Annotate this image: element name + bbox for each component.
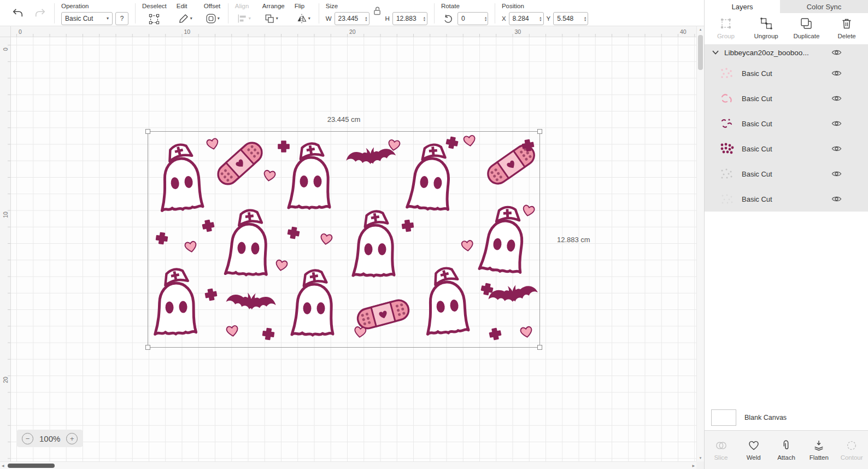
horizontal-scrollbar-thumb[interactable]: [8, 464, 55, 468]
layer-label: Basic Cut: [742, 95, 772, 103]
rotate-button[interactable]: [441, 13, 455, 25]
duplicate-button[interactable]: Duplicate: [787, 17, 827, 39]
arrange-button[interactable]: ▾: [262, 12, 280, 25]
artwork-cross: [446, 137, 459, 149]
width-stepper[interactable]: ▴▾: [363, 16, 367, 21]
layer-thumbnail-blobs-maroon: [719, 142, 735, 155]
layer-group-header[interactable]: Libbeycan20oz_booboo...: [705, 44, 868, 61]
chevron-down-icon: [712, 50, 719, 55]
slice-icon: [715, 439, 727, 452]
height-input[interactable]: [396, 15, 418, 22]
selection-handle-top-right[interactable]: [537, 129, 542, 134]
blank-canvas-label: Blank Canvas: [744, 414, 787, 421]
panel-tabs: Layers Color Sync: [705, 0, 868, 13]
deselect-icon: [148, 13, 160, 25]
layer-label: Basic Cut: [742, 170, 772, 178]
layer-visibility-eye-icon[interactable]: [830, 119, 843, 128]
undo-icon: [12, 8, 24, 19]
layer-visibility-eye-icon[interactable]: [830, 68, 843, 78]
selection-bounding-box[interactable]: 23.445 cm 12.883 cm: [148, 131, 540, 348]
ungroup-button[interactable]: Ungroup: [746, 17, 787, 39]
operation-label: Operation: [61, 3, 128, 9]
width-input[interactable]: [338, 15, 360, 22]
zoom-out-button[interactable]: −: [22, 433, 33, 444]
layer-row[interactable]: Basic Cut: [705, 86, 868, 111]
tab-color-sync[interactable]: Color Sync: [780, 0, 868, 13]
scroll-down-icon[interactable]: ▼: [697, 456, 704, 460]
operation-select[interactable]: Basic Cut ▾: [61, 12, 113, 25]
slice-label: Slice: [714, 454, 728, 461]
selected-artwork[interactable]: [148, 132, 539, 347]
vertical-scrollbar-thumb[interactable]: [698, 35, 703, 70]
layer-visibility-eye-icon[interactable]: [830, 194, 843, 204]
layer-row[interactable]: Basic Cut: [705, 61, 868, 86]
scroll-left-icon[interactable]: ◀: [2, 464, 4, 467]
weld-button[interactable]: Weld: [737, 439, 770, 461]
selection-handle-top-left[interactable]: [145, 129, 150, 134]
layer-row[interactable]: Basic Cut: [705, 111, 868, 136]
blank-canvas-row[interactable]: Blank Canvas: [705, 404, 868, 431]
x-stepper[interactable]: ▴▾: [538, 16, 541, 21]
attach-button[interactable]: Attach: [770, 439, 803, 461]
layer-row[interactable]: Basic Cut: [705, 161, 868, 186]
rotate-stepper[interactable]: ▴▾: [483, 16, 486, 21]
zoom-in-button[interactable]: +: [66, 433, 78, 444]
flip-button[interactable]: ▾: [295, 12, 312, 25]
help-button[interactable]: ?: [115, 12, 128, 25]
stepper-down-icon: ▾: [539, 19, 541, 21]
artwork-cross: [262, 328, 274, 340]
design-canvas[interactable]: 23.445 cm 12.883 cm: [11, 37, 696, 461]
ruler-number: 40: [680, 28, 687, 35]
artwork-bat: [226, 291, 277, 311]
layer-visibility-eye-icon[interactable]: [830, 144, 843, 154]
artwork-heart: [522, 205, 535, 217]
operation-value: Basic Cut: [65, 15, 93, 22]
undo-button[interactable]: [10, 7, 26, 20]
artwork-ghost: [292, 269, 333, 335]
zoom-control: − 100% +: [16, 430, 83, 447]
artwork-ghost: [353, 210, 394, 276]
y-stepper[interactable]: ▴▾: [583, 16, 586, 21]
rotate-input[interactable]: [461, 15, 483, 22]
artwork-heart: [388, 139, 400, 151]
artwork-ghost: [422, 265, 468, 335]
layer-row[interactable]: Basic Cut: [705, 136, 868, 161]
pencil-icon: [178, 13, 189, 24]
attach-label: Attach: [777, 454, 795, 461]
stepper-down-icon: ▾: [365, 19, 367, 21]
ungroup-icon: [760, 17, 773, 30]
aspect-lock-button[interactable]: [373, 6, 382, 17]
artwork-heart: [207, 138, 219, 150]
artwork-ghost: [156, 142, 203, 211]
layer-row[interactable]: Basic Cut: [705, 186, 868, 212]
height-label: H: [385, 15, 390, 22]
edit-button[interactable]: ▾: [177, 12, 194, 25]
y-label: Y: [547, 15, 551, 22]
height-stepper[interactable]: ▴▾: [422, 16, 425, 21]
group-visibility-eye-icon[interactable]: [830, 48, 843, 57]
layer-visibility-eye-icon[interactable]: [830, 93, 843, 103]
redo-button[interactable]: [32, 7, 48, 20]
align-button: ▾: [235, 12, 253, 25]
flatten-button[interactable]: Flatten: [802, 439, 835, 461]
contour-label: Contour: [841, 454, 863, 461]
tab-layers[interactable]: Layers: [705, 0, 780, 13]
ruler-number: 0: [2, 44, 9, 55]
group-label: Group: [717, 33, 735, 39]
layer-visibility-eye-icon[interactable]: [830, 169, 843, 179]
scroll-up-icon[interactable]: ▲: [697, 28, 704, 31]
blank-canvas-swatch[interactable]: [711, 409, 736, 426]
delete-button[interactable]: Delete: [826, 17, 867, 39]
vertical-scrollbar[interactable]: ▲ ▼: [696, 26, 704, 461]
y-input[interactable]: [557, 15, 579, 22]
artwork-heart: [320, 233, 332, 245]
artwork-heart: [461, 241, 473, 251]
x-input[interactable]: [513, 15, 535, 22]
selection-handle-bottom-right[interactable]: [537, 345, 542, 350]
scroll-right-icon[interactable]: ▶: [692, 464, 695, 467]
deselect-button[interactable]: [146, 12, 162, 26]
rotate-label: Rotate: [441, 3, 488, 9]
offset-button[interactable]: ▾: [204, 12, 221, 25]
selection-handle-bottom-left[interactable]: [145, 345, 150, 350]
horizontal-scrollbar[interactable]: ◀ ▶: [0, 461, 696, 469]
